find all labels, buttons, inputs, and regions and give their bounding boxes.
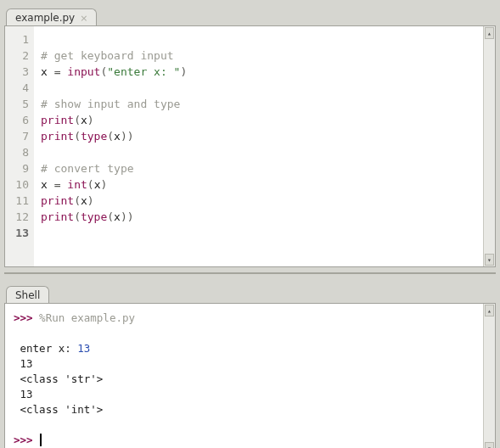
shell-tab[interactable]: Shell (6, 286, 49, 303)
editor-scrollbar[interactable]: ▴ ▾ (483, 26, 495, 266)
scroll-down-icon[interactable]: ▾ (485, 254, 494, 266)
shell-output[interactable]: >>> %Run example.py enter x: 13 13 <clas… (5, 304, 483, 448)
editor-panel: example.py × 12345678910111213 # get key… (4, 5, 496, 267)
shell-scrollbar[interactable]: ▴ ▾ (483, 304, 495, 448)
shell-tabbar: Shell (4, 283, 496, 303)
scroll-down-icon[interactable]: ▾ (485, 442, 494, 448)
pane-divider[interactable] (4, 272, 496, 277)
editor-tab[interactable]: example.py × (6, 8, 97, 25)
editor-tabbar: example.py × (4, 5, 496, 25)
editor-pane: 12345678910111213 # get keyboard input x… (4, 25, 496, 267)
line-number-gutter: 12345678910111213 (5, 26, 34, 266)
scroll-up-icon[interactable]: ▴ (485, 27, 494, 39)
shell-tab-label: Shell (15, 289, 40, 301)
code-editor[interactable]: # get keyboard input x = input("enter x:… (34, 26, 483, 266)
scroll-up-icon[interactable]: ▴ (485, 305, 494, 316)
close-icon[interactable]: × (80, 14, 87, 23)
shell-panel: Shell >>> %Run example.py enter x: 13 13… (4, 283, 496, 448)
editor-tab-label: example.py (15, 12, 75, 24)
shell-pane: >>> %Run example.py enter x: 13 13 <clas… (4, 303, 496, 448)
cursor (40, 434, 42, 446)
